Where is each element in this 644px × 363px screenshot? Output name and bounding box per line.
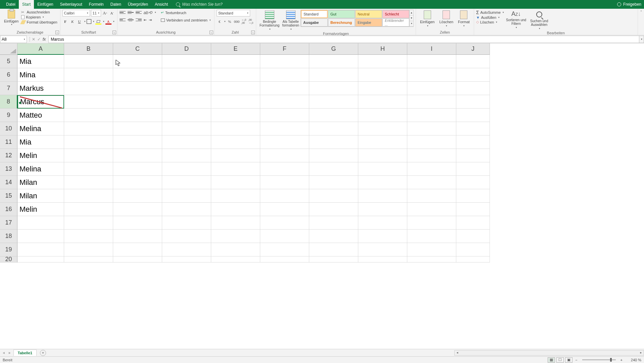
fill-button[interactable]: ▼ Ausfüllen ▾ — [476, 15, 504, 19]
cell[interactable] — [64, 230, 113, 243]
cell[interactable] — [113, 95, 162, 109]
cell[interactable] — [211, 135, 260, 149]
cell-styles-gallery[interactable]: Standard Gut Neutral Schlecht Ausgabe Be… — [301, 10, 410, 27]
more-icon[interactable]: ▾ — [410, 21, 413, 27]
cell[interactable] — [162, 256, 211, 263]
cell[interactable] — [162, 203, 211, 216]
increase-indent-button[interactable]: ⇥ — [149, 18, 152, 22]
sheet-nav-next-button[interactable]: ► — [8, 351, 11, 355]
cell[interactable] — [456, 68, 490, 82]
cell[interactable]: Melin — [17, 149, 64, 162]
cell[interactable] — [211, 216, 260, 230]
cell[interactable] — [113, 203, 162, 216]
cell[interactable] — [456, 203, 490, 216]
cell[interactable] — [407, 216, 456, 230]
cell[interactable]: Milan — [17, 176, 64, 189]
row-header[interactable]: 20 — [0, 256, 17, 263]
font-color-button[interactable]: A — [105, 18, 111, 25]
row-header[interactable]: 11 — [0, 135, 17, 149]
sheet-tab-active[interactable]: Tabelle1 — [13, 350, 37, 356]
tell-me-search[interactable]: Was möchten Sie tun? — [176, 2, 223, 7]
zoom-thumb[interactable] — [610, 358, 612, 362]
cell[interactable] — [113, 230, 162, 243]
col-header-J[interactable]: J — [456, 43, 490, 55]
cell[interactable] — [211, 230, 260, 243]
style-neutral[interactable]: Neutral — [355, 10, 382, 18]
cell[interactable] — [64, 95, 113, 109]
align-top-button[interactable] — [120, 10, 126, 15]
zoom-out-button[interactable]: − — [574, 358, 579, 362]
cell[interactable] — [17, 216, 64, 230]
share-button[interactable]: Freigeben — [623, 2, 641, 7]
cell[interactable] — [260, 109, 309, 122]
cut-button[interactable]: ✂ Ausschneiden — [20, 10, 58, 14]
delete-cells-button[interactable]: Löschen ▾ — [437, 10, 455, 28]
cell[interactable]: Mia — [17, 55, 64, 68]
cell[interactable] — [358, 256, 407, 263]
tab-einfuegen[interactable]: Einfügen — [34, 0, 56, 9]
cell[interactable] — [162, 230, 211, 243]
col-header-C[interactable]: C — [113, 43, 162, 55]
cell[interactable] — [64, 216, 113, 230]
cell[interactable] — [309, 203, 358, 216]
cell[interactable] — [358, 243, 407, 256]
number-launcher-icon[interactable]: ↘ — [251, 31, 255, 34]
cell[interactable] — [211, 162, 260, 176]
cell[interactable] — [309, 230, 358, 243]
cell[interactable] — [456, 82, 490, 95]
cell[interactable] — [358, 189, 407, 203]
cell[interactable] — [64, 176, 113, 189]
clear-button[interactable]: ◇ Löschen ▾ — [476, 20, 504, 24]
normal-view-button[interactable]: ▦ — [548, 357, 555, 363]
cell[interactable]: Melin — [17, 203, 64, 216]
border-button[interactable] — [87, 19, 91, 24]
cell[interactable] — [162, 109, 211, 122]
decrease-font-button[interactable]: Aˇ — [109, 10, 115, 16]
format-as-table-button[interactable]: Als Tabelle formatieren ▾ — [281, 10, 301, 31]
pagebreak-view-button[interactable]: ▣ — [565, 357, 572, 363]
cell[interactable] — [260, 189, 309, 203]
cell[interactable]: Markus — [17, 82, 64, 95]
paste-button[interactable]: Einfügen ▾ — [2, 10, 20, 26]
row-header[interactable]: 16 — [0, 203, 17, 216]
cell[interactable] — [211, 122, 260, 135]
cell[interactable] — [64, 203, 113, 216]
cell[interactable] — [211, 109, 260, 122]
cell[interactable] — [407, 243, 456, 256]
alignment-launcher-icon[interactable]: ↘ — [210, 31, 213, 34]
cell[interactable] — [309, 82, 358, 95]
cell[interactable] — [113, 122, 162, 135]
cell[interactable] — [407, 256, 456, 263]
cell[interactable] — [211, 256, 260, 263]
cell[interactable] — [64, 189, 113, 203]
cell[interactable] — [407, 109, 456, 122]
tab-formeln[interactable]: Formeln — [86, 0, 107, 9]
merge-center-button[interactable]: Verbinden und zentrieren ▾ — [159, 17, 212, 23]
style-gut[interactable]: Gut — [328, 10, 355, 18]
align-center-button[interactable] — [128, 17, 134, 23]
bold-button[interactable]: F — [62, 18, 68, 25]
col-header-D[interactable]: D — [162, 43, 211, 55]
cell[interactable] — [260, 149, 309, 162]
cell[interactable] — [456, 122, 490, 135]
cell[interactable] — [64, 55, 113, 68]
cell[interactable] — [358, 149, 407, 162]
cell[interactable] — [358, 109, 407, 122]
cell[interactable] — [358, 216, 407, 230]
cell[interactable] — [456, 55, 490, 68]
col-header-I[interactable]: I — [407, 43, 456, 55]
cell[interactable] — [260, 122, 309, 135]
tab-daten[interactable]: Daten — [107, 0, 125, 9]
cell[interactable] — [162, 189, 211, 203]
cell[interactable] — [260, 203, 309, 216]
cell[interactable] — [64, 135, 113, 149]
orientation-button[interactable]: ab⟲ — [144, 10, 152, 15]
cell[interactable] — [162, 55, 211, 68]
cell[interactable] — [309, 256, 358, 263]
arrow-up-icon[interactable]: ▲ — [410, 10, 413, 15]
increase-font-button[interactable]: A^ — [102, 10, 108, 16]
fill-color-button[interactable] — [95, 18, 101, 25]
cell[interactable] — [113, 216, 162, 230]
cell[interactable] — [64, 256, 113, 263]
cell[interactable] — [407, 122, 456, 135]
